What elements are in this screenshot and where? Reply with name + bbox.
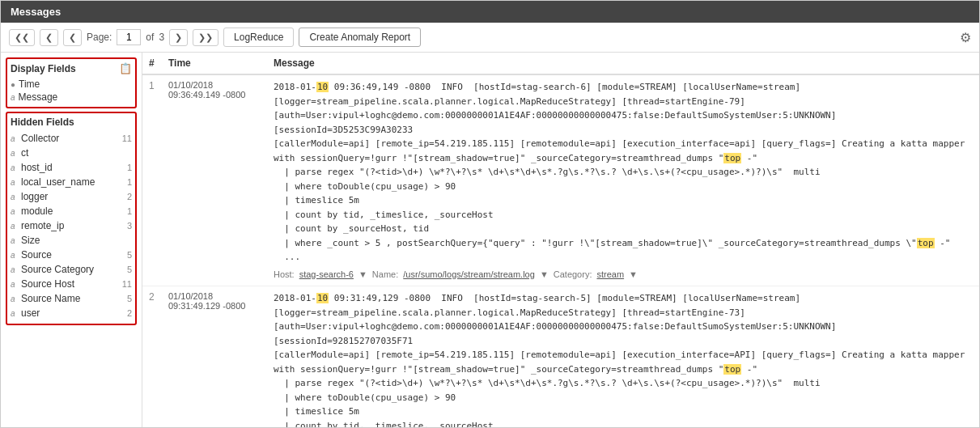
hidden-field-count: 1 [127,206,132,216]
alpha-icon: a [11,236,19,245]
main-content: Display Fields 📋 ● Time a Message Hidden… [1,53,979,427]
footer-name-label: Name: [372,268,398,282]
display-fields-icon[interactable]: 📋 [119,62,132,74]
display-field-time-label: Time [19,78,40,90]
hidden-field-name: logger [21,191,127,202]
hidden-field-row[interactable]: a Source Host 11 [11,277,132,291]
date-line1: 01/10/2018 [168,80,213,90]
alpha-icon: a [11,309,19,318]
hidden-field-count: 5 [127,294,132,303]
display-field-message-label: Message [19,91,58,103]
hidden-field-count: 5 [127,265,132,274]
hidden-field-row[interactable]: a module 1 [11,204,132,218]
display-field-message: a Message [11,91,132,104]
hidden-field-row[interactable]: a Source Name 5 [11,291,132,306]
dropdown-category-icon[interactable]: ▼ [629,268,638,282]
table-row: 101/10/201809:36:49.149 -08002018-01-10 … [142,74,979,286]
footer-category-label: Category: [554,268,592,282]
hidden-field-row[interactable]: a remote_ip 3 [11,218,132,233]
message-text: 2018-01-10 09:31:49,129 -0800 INFO [host… [274,293,965,427]
dropdown-name-icon[interactable]: ▼ [540,268,549,282]
page-of-label: of [146,32,154,43]
highlight-date: 10 [316,293,329,303]
hidden-field-name: Source Name [21,293,127,304]
anomaly-button[interactable]: Create Anomaly Report [299,28,421,47]
clock-icon: ● [11,80,15,89]
highlight-top-1: top [723,153,741,163]
left-panel: Display Fields 📋 ● Time a Message Hidden… [1,53,142,427]
display-fields-section: Display Fields 📋 ● Time a Message [6,57,137,108]
hidden-field-row[interactable]: a Collector 11 [11,131,132,146]
table-body: 101/10/201809:36:49.149 -08002018-01-10 … [142,74,979,427]
message-footer: Host: stag-search-6 ▼ Name: /usr/sumo/lo… [274,268,973,282]
hidden-fields-header: Hidden Fields [11,117,132,128]
hidden-field-name: module [21,206,127,217]
date-line1: 01/10/2018 [168,291,213,301]
display-field-time: ● Time [11,78,132,91]
hidden-field-name: Source [21,249,127,261]
hidden-fields-section: Hidden Fields a Collector 11 a ct a host… [6,112,137,325]
highlight-top-1: top [723,364,741,375]
hidden-fields-title: Hidden Fields [11,117,74,128]
highlight-top-2: top [917,238,935,248]
alpha-icon: a [11,134,19,143]
hidden-field-name: user [21,307,127,319]
alpha-icon: a [11,193,19,201]
hidden-field-row[interactable]: a Size [11,233,132,248]
toolbar: ❮❮ ❮ ❮ Page: of 3 ❯ ❯❯ LogReduce Create … [1,23,979,53]
hidden-field-name: remote_ip [21,220,127,231]
hidden-field-row[interactable]: a local_user_name 1 [11,175,132,189]
row-time: 01/10/201809:36:49.149 -0800 [162,74,267,286]
page-label: Page: [87,32,112,43]
hidden-field-row[interactable]: a Source Category 5 [11,262,132,277]
first-page-button[interactable]: ❮❮ [9,29,35,46]
hidden-field-name: local_user_name [21,176,127,188]
prev-page-button[interactable]: ❮ [40,29,58,46]
row-number: 1 [142,74,162,286]
alpha-icon: a [11,251,19,260]
title-bar-label: Messages [11,6,61,18]
dropdown-host-icon[interactable]: ▼ [358,268,367,282]
hidden-field-count: 1 [127,177,132,187]
highlight-date: 10 [316,82,329,92]
alpha-icon: a [11,295,19,303]
table-header-row: # Time Message [142,53,979,74]
footer-host-label: Host: [274,268,295,282]
display-fields-title: Display Fields [11,63,76,74]
hidden-field-count: 2 [127,192,132,201]
hidden-field-count: 1 [127,163,132,172]
hidden-field-name: Collector [21,133,122,144]
right-panel[interactable]: # Time Message 101/10/201809:36:49.149 -… [142,53,979,427]
hidden-field-row[interactable]: a Source 5 [11,248,132,262]
hidden-field-row[interactable]: a logger 2 [11,189,132,204]
settings-icon[interactable]: ⚙ [960,30,971,45]
logredu-button[interactable]: LogReduce [223,28,294,47]
prev-page-button2[interactable]: ❮ [63,29,82,46]
row-time: 01/10/201809:31:49.129 -0800 [162,286,267,428]
date-line2: 09:31:49.129 -0800 [168,301,245,311]
row-message: 2018-01-10 09:36:49,149 -0800 INFO [host… [267,74,979,286]
table-row: 201/10/201809:31:49.129 -08002018-01-10 … [142,286,979,428]
next-page-button[interactable]: ❯ [169,29,188,46]
hidden-field-name: ct [21,147,132,159]
hidden-field-count: 11 [122,133,132,143]
page-input[interactable] [117,29,141,45]
last-page-button[interactable]: ❯❯ [193,29,218,46]
message-text: 2018-01-10 09:36:49,149 -0800 INFO [host… [274,82,965,262]
hidden-field-name: Source Category [21,264,127,275]
footer-category-value[interactable]: stream [596,268,624,282]
date-line2: 09:36:49.149 -0800 [168,90,245,100]
hidden-field-count: 3 [127,221,132,231]
alpha-icon: a [11,222,19,231]
hidden-field-count: 11 [122,279,132,289]
hidden-field-row[interactable]: a ct [11,146,132,160]
hidden-fields-list: a Collector 11 a ct a host_id 1 a local_… [11,131,132,320]
hidden-field-row[interactable]: a host_id 1 [11,160,132,175]
footer-host-value[interactable]: stag-search-6 [299,268,354,282]
col-hash: # [142,53,162,74]
footer-name-value[interactable]: /usr/sumo/logs/stream/stream.log [403,268,535,282]
hidden-field-count: 5 [127,250,132,260]
alpha-icon: a [11,207,19,216]
alpha-icon: a [11,149,19,158]
hidden-field-row[interactable]: a user 2 [11,306,132,320]
